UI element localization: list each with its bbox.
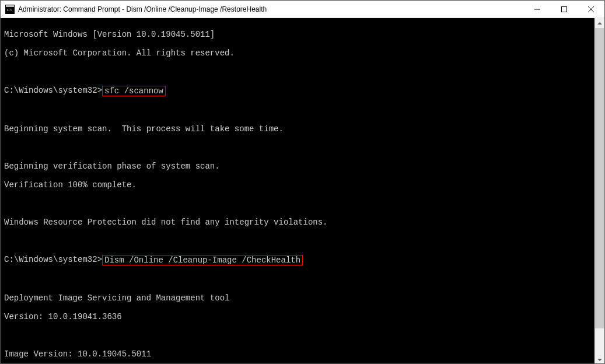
output-line: Image Version: 10.0.19045.5011 [4,349,602,359]
prompt: C:\Windows\system32> [4,255,102,264]
output-line: Microsoft Windows [Version 10.0.19045.50… [4,30,602,39]
blank-line [4,143,602,152]
svg-rect-4 [562,6,567,12]
svg-text:C:\: C:\ [7,8,12,12]
cmd-icon: C:\ [5,5,15,14]
titlebar[interactable]: C:\ Administrator: Command Prompt - Dism… [1,1,604,18]
blank-line [4,236,602,246]
output-line: Deployment Image Servicing and Managemen… [4,293,602,303]
output-line: (c) Microsoft Corporation. All rights re… [4,48,602,58]
vertical-scrollbar[interactable] [594,18,604,364]
blank-line [4,331,602,340]
terminal-output[interactable]: Microsoft Windows [Version 10.0.19045.50… [1,18,604,364]
output-line: Windows Resource Protection did not find… [4,218,602,227]
blank-line [4,67,602,76]
output-line: Beginning verification phase of system s… [4,162,602,171]
output-line: Verification 100% complete. [4,180,602,190]
scroll-track[interactable] [594,28,604,355]
svg-marker-8 [597,359,602,361]
prompt-line: C:\Windows\system32>sfc /scannow [4,86,602,96]
svg-rect-1 [6,5,14,7]
blank-line [4,199,602,208]
maximize-button[interactable] [551,1,578,18]
blank-line [4,106,602,115]
command-highlight: sfc /scannow [102,86,166,96]
blank-line [4,275,602,284]
output-line: Version: 10.0.19041.3636 [4,312,602,321]
prompt: C:\Windows\system32> [4,86,102,95]
output-line: Beginning system scan. This process will… [4,124,602,134]
scroll-up-arrow-icon[interactable] [594,18,604,28]
prompt-line: C:\Windows\system32>Dism /Online /Cleanu… [4,255,602,265]
svg-marker-7 [597,22,602,24]
scroll-down-arrow-icon[interactable] [594,355,604,364]
command-highlight: Dism /Online /Cleanup-Image /CheckHealth [102,255,303,265]
scroll-thumb[interactable] [595,28,604,328]
close-button[interactable] [578,1,604,18]
window-controls [524,1,604,18]
window-title: Administrator: Command Prompt - Dism /On… [18,5,524,13]
minimize-button[interactable] [524,1,551,18]
